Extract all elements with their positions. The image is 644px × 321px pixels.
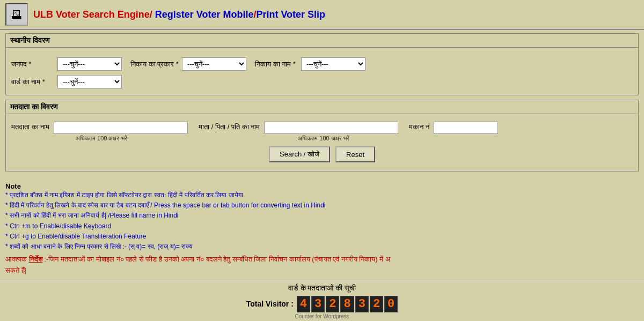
- house-no-field: मकान नं: [409, 122, 498, 134]
- note-lines: * प्रदशित बॉक्स में नाम इंग्लिश में टाइप…: [5, 190, 639, 252]
- logo-icon: 🗳: [11, 9, 22, 21]
- parent-name-field: माता / पिता / पति का नाम अधिकतम 100 अक्ष…: [199, 122, 398, 142]
- janpad-field: जनपद * ---चुनें---: [11, 57, 122, 71]
- janpad-select[interactable]: ---चुनें---: [57, 57, 122, 71]
- voter-name-hint: अधिकतम 100 अक्षर भरें: [76, 135, 188, 142]
- voter-section: मतदाता का विवरण मतदाता का नाम अधिकतम 100…: [5, 100, 639, 171]
- note-line-6: * शब्दों को आधा बनाने के लिए निम्न प्रका…: [5, 242, 639, 252]
- visitor-row: Total Visitor : 4 3 2 8 3 2 0: [5, 296, 639, 312]
- digit-1: 4: [297, 296, 310, 312]
- note-line-1: * प्रदशित बॉक्स में नाम इंग्लिश में टाइप…: [5, 190, 639, 200]
- note-title: Note: [5, 182, 639, 190]
- digit-5: 3: [355, 296, 369, 312]
- ward-field: वार्ड का नाम * ---चुनें---: [11, 75, 122, 88]
- nikay-name-label: निकाय का नाम *: [255, 60, 298, 69]
- ward-list-title: वार्ड के मतदाताओं की सूची: [5, 283, 639, 293]
- house-no-input[interactable]: [434, 122, 498, 134]
- ward-label: वार्ड का नाम *: [11, 78, 54, 86]
- parent-name-label: माता / पिता / पति का नाम: [199, 123, 260, 131]
- nikay-type-field: निकाय का प्रकार * ---चुनें---: [130, 57, 246, 71]
- note-line-3: * सभी नामों को हिंदी में भरा जाना अनिवार…: [5, 211, 639, 221]
- ward-select[interactable]: ---चुनें---: [57, 75, 122, 88]
- button-row: Search / खोजें Reset: [11, 146, 633, 162]
- voter-name-label: मतदाता का नाम: [11, 123, 49, 131]
- reset-button[interactable]: Reset: [335, 146, 375, 162]
- header-logo: 🗳: [5, 3, 28, 26]
- important-word: निर्देश: [29, 255, 42, 263]
- local-grid-row1: जनपद * ---चुनें--- निकाय का प्रकार * ---…: [11, 55, 633, 73]
- digit-2: 3: [311, 296, 325, 312]
- important-prefix: आवश्यक: [5, 255, 27, 263]
- print-voter-link[interactable]: Print Voter Slip: [256, 9, 325, 20]
- voter-name-input[interactable]: [54, 122, 188, 134]
- header-title: ULB Voter Search Engine/ Register Voter …: [33, 9, 325, 20]
- digit-3: 2: [326, 296, 339, 312]
- visitor-counter: 4 3 2 8 3 2 0: [297, 296, 398, 312]
- important-text: :-जिन मतदाताओं का मोबाइल नं० पहले से फीड…: [44, 255, 390, 263]
- digit-7: 0: [384, 296, 398, 312]
- counter-footer: Counter for Wordpress: [5, 313, 639, 319]
- voter-section-title: मतदाता का विवरण: [6, 100, 638, 114]
- ward-list-section: वार्ड के मतदाताओं की सूची Total Visitor …: [0, 280, 644, 321]
- voter-name-field: मतदाता का नाम अधिकतम 100 अक्षर भरें: [11, 122, 188, 142]
- parent-name-hint: अधिकतम 100 अक्षर भरें: [298, 135, 398, 142]
- digit-6: 2: [370, 296, 383, 312]
- nikay-name-field: निकाय का नाम * ---चुनें---: [255, 57, 365, 71]
- notes-section: Note * प्रदशित बॉक्स में नाम इंग्लिश में…: [0, 179, 644, 280]
- house-no-label: मकान नं: [409, 123, 429, 131]
- visitor-label: Total Visitor :: [246, 300, 294, 308]
- voter-section-content: मतदाता का नाम अधिकतम 100 अक्षर भरें माता…: [6, 117, 638, 171]
- search-button[interactable]: Search / खोजें: [269, 146, 330, 162]
- nikay-type-label: निकाय का प्रकार *: [130, 60, 179, 69]
- register-voter-link[interactable]: Register Voter Mobile: [155, 9, 254, 20]
- header: 🗳 ULB Voter Search Engine/ Register Vote…: [0, 0, 644, 30]
- note-line-5: * Ctrl +g to Enable/disable Transliterat…: [5, 232, 639, 242]
- main-content: स्थानीय विवरण जनपद * ---चुनें--- निकाय क…: [0, 30, 644, 179]
- nikay-type-select[interactable]: ---चुनें---: [182, 57, 246, 71]
- note-line-4: * Ctrl +m to Enable/disable Keyboard: [5, 221, 639, 232]
- header-title-prefix: ULB Voter Search Engine/: [33, 9, 155, 20]
- important-notice: आवश्यक निर्देश :-जिन मतदाताओं का मोबाइल …: [5, 254, 639, 277]
- important-text2: सकते हैं|: [5, 266, 26, 274]
- local-section-title: स्थानीय विवरण: [6, 34, 638, 48]
- parent-name-input[interactable]: [264, 122, 398, 134]
- nikay-name-select[interactable]: ---चुनें---: [301, 57, 365, 71]
- local-section: स्थानीय विवरण जनपद * ---चुनें--- निकाय क…: [5, 33, 639, 95]
- note-line-2: * हिंदी में परिवर्तन हेतु लिखने के बाद स…: [5, 200, 639, 211]
- voter-detail-row: मतदाता का नाम अधिकतम 100 अक्षर भरें माता…: [11, 122, 633, 142]
- janpad-label: जनपद *: [11, 60, 54, 69]
- local-grid-row2: वार्ड का नाम * ---चुनें---: [11, 73, 633, 91]
- digit-4: 8: [340, 296, 354, 312]
- local-section-content: जनपद * ---चुनें--- निकाय का प्रकार * ---…: [6, 51, 638, 95]
